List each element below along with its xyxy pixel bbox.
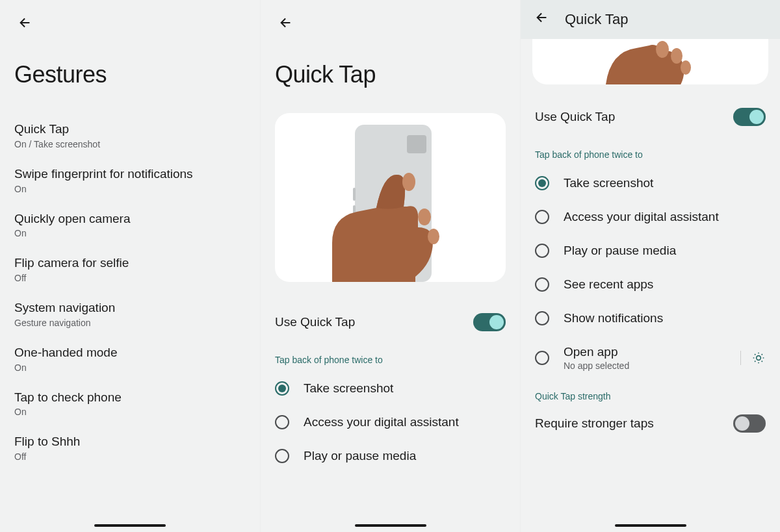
option-sub: No app selected [564, 361, 726, 371]
illustration-card [275, 113, 506, 282]
option-title: See recent apps [564, 277, 766, 292]
section-strength: Quick Tap strength [535, 391, 766, 401]
gesture-item-swipe-fingerprint[interactable]: Swipe fingerprint for notifications On [14, 158, 246, 203]
use-quick-tap-toggle-row[interactable]: Use Quick Tap [535, 95, 766, 139]
nav-indicator [615, 524, 686, 527]
nav-indicator [94, 524, 166, 527]
option-digital-assistant[interactable]: Access your digital assistant [275, 405, 506, 439]
gesture-item-flip-selfie[interactable]: Flip camera for selfie Off [14, 247, 246, 292]
back-arrow-icon [279, 16, 293, 30]
header-bar: Quick Tap [521, 0, 780, 39]
page-title: Gestures [14, 61, 246, 88]
option-recent-apps[interactable]: See recent apps [535, 268, 766, 301]
radio-icon [535, 351, 549, 365]
stronger-taps-toggle-row[interactable]: Require stronger taps [535, 408, 766, 439]
radio-icon [275, 381, 289, 396]
item-title: System navigation [14, 300, 246, 316]
back-arrow-icon [18, 16, 32, 30]
gesture-item-tap-check[interactable]: Tap to check phone On [14, 381, 246, 426]
option-show-notifications[interactable]: Show notifications [535, 301, 766, 335]
phone-hand-illustration-icon [306, 113, 475, 282]
item-sub: Gesture navigation [14, 318, 246, 328]
item-sub: Off [14, 451, 246, 462]
use-quick-tap-switch[interactable] [733, 108, 766, 126]
section-tap-back: Tap back of phone twice to [535, 149, 766, 160]
item-title: Quick Tap [14, 121, 246, 137]
svg-rect-1 [407, 135, 426, 153]
option-take-screenshot[interactable]: Take screenshot [275, 372, 506, 405]
item-title: Quickly open camera [14, 211, 246, 227]
svg-point-9 [681, 60, 691, 75]
toggle-label: Use Quick Tap [535, 110, 615, 124]
option-title: Access your digital assistant [564, 210, 766, 224]
radio-icon [535, 277, 549, 292]
option-title: Access your digital assistant [304, 415, 506, 429]
gear-icon [752, 351, 765, 364]
svg-point-8 [671, 48, 682, 64]
radio-icon [535, 210, 549, 224]
item-sub: Off [14, 273, 246, 283]
quick-tap-screen: Quick Tap Use Quick Tap Tap back of phon… [260, 0, 520, 532]
item-title: Swipe fingerprint for notifications [14, 166, 246, 182]
option-title: Take screenshot [304, 381, 506, 396]
option-digital-assistant[interactable]: Access your digital assistant [535, 200, 766, 234]
radio-icon [535, 244, 549, 258]
phone-hand-illustration-icon [579, 39, 722, 84]
option-title: Play or pause media [304, 449, 506, 463]
item-title: Flip camera for selfie [14, 255, 246, 271]
quick-tap-screen-scrolled: Quick Tap Use Quick Tap Tap back of phon… [520, 0, 780, 532]
header-title: Quick Tap [565, 11, 628, 28]
option-open-app[interactable]: Open app No app selected [535, 335, 766, 381]
nav-indicator [355, 524, 426, 527]
item-sub: On [14, 184, 246, 194]
item-sub: On [14, 228, 246, 238]
back-button[interactable] [535, 10, 549, 29]
svg-point-4 [402, 173, 415, 191]
svg-rect-2 [353, 188, 356, 201]
section-tap-back: Tap back of phone twice to [275, 355, 506, 365]
gesture-item-flip-shhh[interactable]: Flip to Shhh Off [14, 425, 246, 470]
option-title: Show notifications [564, 311, 766, 325]
radio-icon [535, 176, 549, 190]
toggle-label: Require stronger taps [535, 416, 654, 431]
gesture-item-one-handed[interactable]: One-handed mode On [14, 336, 246, 381]
toggle-label: Use Quick Tap [275, 315, 355, 329]
option-play-pause[interactable]: Play or pause media [275, 439, 506, 473]
option-title: Play or pause media [564, 244, 766, 258]
svg-point-5 [418, 209, 431, 225]
gesture-item-system-nav[interactable]: System navigation Gesture navigation [14, 292, 246, 336]
option-title: Take screenshot [564, 176, 766, 190]
item-sub: On [14, 362, 246, 373]
svg-point-6 [428, 229, 439, 244]
back-button[interactable] [275, 12, 297, 34]
svg-point-7 [656, 41, 669, 58]
item-sub: On [14, 407, 246, 417]
stronger-taps-switch[interactable] [733, 414, 766, 433]
gestures-screen: Gestures Quick Tap On / Take screenshot … [0, 0, 260, 532]
gesture-item-open-camera[interactable]: Quickly open camera On [14, 203, 246, 247]
radio-icon [275, 449, 289, 463]
back-arrow-icon [535, 10, 549, 25]
open-app-settings-button[interactable] [740, 351, 766, 365]
item-title: One-handed mode [14, 345, 246, 361]
use-quick-tap-toggle-row[interactable]: Use Quick Tap [275, 300, 506, 344]
option-take-screenshot[interactable]: Take screenshot [535, 166, 766, 200]
option-play-pause[interactable]: Play or pause media [535, 234, 766, 268]
use-quick-tap-switch[interactable] [473, 313, 506, 331]
page-title: Quick Tap [275, 61, 506, 88]
illustration-card-cropped [532, 39, 768, 84]
item-sub: On / Take screenshot [14, 139, 246, 149]
item-title: Tap to check phone [14, 390, 246, 405]
item-title: Flip to Shhh [14, 434, 246, 450]
back-button[interactable] [14, 12, 36, 34]
option-title: Open app [564, 345, 726, 359]
radio-icon [275, 415, 289, 429]
gesture-item-quick-tap[interactable]: Quick Tap On / Take screenshot [14, 113, 246, 158]
radio-icon [535, 311, 549, 325]
